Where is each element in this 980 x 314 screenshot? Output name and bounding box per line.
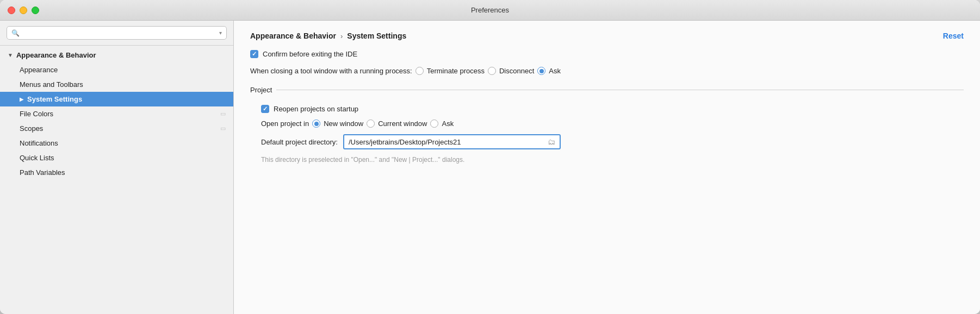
tool-window-label: When closing a tool window with a runnin… xyxy=(250,67,412,75)
sidebar-item-file-colors-label: File Colors xyxy=(20,110,53,118)
search-input[interactable] xyxy=(23,29,216,37)
open-project-row: Open project in New window Current windo… xyxy=(250,120,964,128)
project-section-label: Project xyxy=(250,86,272,94)
sidebar-item-menus-toolbars[interactable]: Menus and Toolbars xyxy=(0,77,233,92)
disconnect-label: Disconnect xyxy=(499,67,534,75)
project-section-divider: Project xyxy=(250,86,964,94)
open-project-label: Open project in xyxy=(261,120,309,128)
sidebar-item-quick-lists[interactable]: Quick Lists xyxy=(0,150,233,165)
search-wrapper[interactable]: 🔍 ▾ xyxy=(7,26,227,40)
system-settings-arrow-icon: ▶ xyxy=(20,96,24,102)
preferences-window: Preferences 🔍 ▾ ▼ Appearance & Behavior xyxy=(0,0,980,314)
section-arrow-icon: ▼ xyxy=(8,52,13,58)
ask-group: Ask xyxy=(537,67,561,75)
minimize-button[interactable] xyxy=(20,7,27,14)
reopen-row: ✓ Reopen projects on startup xyxy=(250,105,964,113)
tool-window-row: When closing a tool window with a runnin… xyxy=(250,67,964,75)
breadcrumb-separator: › xyxy=(340,32,343,40)
sidebar-item-system-settings-label: System Settings xyxy=(27,95,82,103)
reset-button[interactable]: Reset xyxy=(943,32,964,40)
ask-label: Ask xyxy=(549,67,561,75)
breadcrumb-part2: System Settings xyxy=(347,32,406,40)
sidebar: 🔍 ▾ ▼ Appearance & Behavior Appearance xyxy=(0,21,234,314)
disconnect-group: Disconnect xyxy=(488,67,534,75)
file-colors-row: File Colors ▭ xyxy=(20,110,226,118)
reopen-checkmark-icon: ✓ xyxy=(263,106,268,112)
sidebar-item-system-settings[interactable]: ▶ System Settings xyxy=(0,92,233,106)
dir-input-wrapper: 🗂 xyxy=(343,134,561,149)
ask-open-group: Ask xyxy=(430,120,454,128)
title-bar: Preferences xyxy=(0,0,980,21)
sidebar-item-appearance[interactable]: Appearance xyxy=(0,62,233,77)
new-window-radio[interactable] xyxy=(312,120,320,128)
sidebar-section-label: Appearance & Behavior xyxy=(16,51,96,59)
main-content: 🔍 ▾ ▼ Appearance & Behavior Appearance xyxy=(0,21,980,314)
search-icon: 🔍 xyxy=(11,29,20,37)
maximize-button[interactable] xyxy=(32,7,39,14)
checkmark-icon: ✓ xyxy=(252,51,257,57)
confirm-exit-label: Confirm before exiting the IDE xyxy=(263,50,357,58)
close-button[interactable] xyxy=(8,7,15,14)
sidebar-item-notifications[interactable]: Notifications xyxy=(0,136,233,150)
confirm-exit-checkbox[interactable]: ✓ xyxy=(250,50,258,58)
sidebar-item-appearance-label: Appearance xyxy=(20,66,58,74)
sidebar-section-appearance-behavior[interactable]: ▼ Appearance & Behavior xyxy=(0,48,233,62)
new-window-group: New window xyxy=(312,120,363,128)
hint-text: This directory is preselected in "Open..… xyxy=(250,156,964,164)
new-window-label: New window xyxy=(324,120,363,128)
terminate-radio[interactable] xyxy=(415,67,424,75)
right-panel: Appearance & Behavior › System Settings … xyxy=(234,21,980,314)
reopen-label: Reopen projects on startup xyxy=(274,105,358,113)
breadcrumb-part1: Appearance & Behavior xyxy=(250,32,336,40)
terminate-process-group: Terminate process xyxy=(415,67,485,75)
default-dir-label: Default project directory: xyxy=(261,138,338,146)
terminate-label: Terminate process xyxy=(427,67,485,75)
project-section: ✓ Reopen projects on startup Open projec… xyxy=(250,105,964,164)
sidebar-item-scopes[interactable]: Scopes ▭ xyxy=(0,121,233,136)
scopes-icon: ▭ xyxy=(220,125,226,132)
sidebar-list: ▼ Appearance & Behavior Appearance Menus… xyxy=(0,46,233,310)
current-window-label: Current window xyxy=(378,120,427,128)
current-window-radio[interactable] xyxy=(367,120,375,128)
reopen-checkbox[interactable]: ✓ xyxy=(261,105,269,113)
search-dropdown-icon[interactable]: ▾ xyxy=(219,30,222,36)
dir-input[interactable] xyxy=(349,138,545,146)
search-container: 🔍 ▾ xyxy=(0,21,233,46)
sidebar-item-path-variables-label: Path Variables xyxy=(20,168,65,177)
disconnect-radio[interactable] xyxy=(488,67,496,75)
window-title: Preferences xyxy=(471,6,509,14)
breadcrumb: Appearance & Behavior › System Settings xyxy=(250,32,406,40)
sidebar-item-file-colors[interactable]: File Colors ▭ xyxy=(0,106,233,121)
sidebar-item-path-variables[interactable]: Path Variables xyxy=(0,165,233,180)
window-controls xyxy=(8,7,39,14)
sidebar-item-quick-lists-label: Quick Lists xyxy=(20,154,54,162)
confirm-exit-row: ✓ Confirm before exiting the IDE xyxy=(250,50,964,58)
sidebar-item-scopes-label: Scopes xyxy=(20,124,43,133)
file-colors-icon: ▭ xyxy=(220,110,226,117)
ask-open-radio[interactable] xyxy=(430,120,438,128)
ask-radio[interactable] xyxy=(537,67,545,75)
sidebar-item-menus-label: Menus and Toolbars xyxy=(20,80,83,89)
breadcrumb-row: Appearance & Behavior › System Settings … xyxy=(250,32,964,40)
sidebar-item-notifications-label: Notifications xyxy=(20,139,58,147)
scopes-row: Scopes ▭ xyxy=(20,124,226,133)
system-settings-row: ▶ System Settings xyxy=(20,95,226,103)
ask-open-label: Ask xyxy=(442,120,454,128)
settings-content: ✓ Confirm before exiting the IDE When cl… xyxy=(250,50,964,164)
divider-line xyxy=(276,90,964,90)
folder-browse-icon[interactable]: 🗂 xyxy=(548,137,555,146)
default-dir-row: Default project directory: 🗂 xyxy=(250,134,964,149)
current-window-group: Current window xyxy=(367,120,427,128)
